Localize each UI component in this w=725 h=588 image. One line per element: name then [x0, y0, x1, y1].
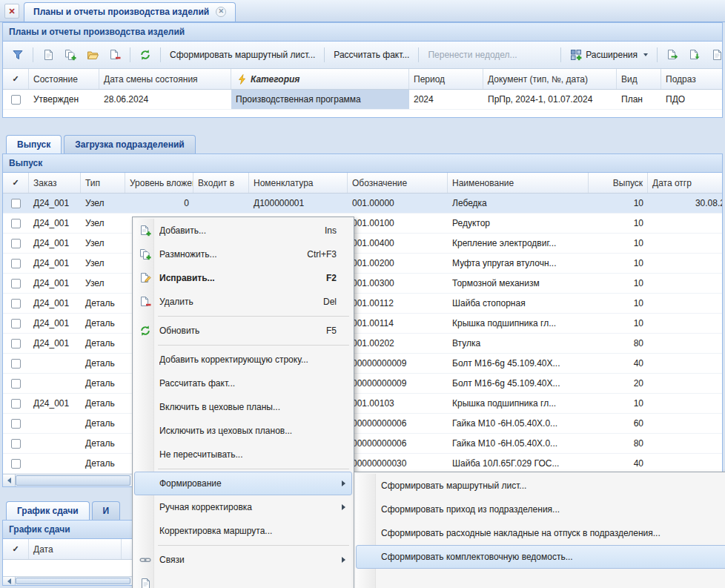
- delete-button[interactable]: [105, 45, 125, 65]
- menu-item[interactable]: Корректировка маршрута...: [134, 519, 352, 543]
- column-header-period[interactable]: Период: [409, 69, 483, 89]
- menu-item[interactable]: Не пересчитывать...: [134, 443, 352, 466]
- tab-plans-and-reports[interactable]: Планы и отчеты производства изделий ✕: [24, 2, 236, 22]
- scrollbar-thumb[interactable]: [16, 475, 130, 486]
- menu-item[interactable]: Формирование: [134, 472, 352, 495]
- tab-load-departments[interactable]: Загрузка подразделений: [64, 135, 195, 153]
- column-header-level[interactable]: Уровень вложен: [125, 173, 193, 193]
- column-header-state[interactable]: Состояние: [29, 69, 99, 89]
- menu-item[interactable]: Добавить корректирующую строку...: [134, 348, 352, 371]
- row-checkbox[interactable]: [11, 279, 21, 288]
- row-checkbox[interactable]: [11, 419, 21, 429]
- duplicate-button[interactable]: [60, 45, 81, 65]
- column-header-document[interactable]: Документ (тип, №, дата): [483, 69, 617, 89]
- close-tab-button[interactable]: ✕: [4, 4, 19, 19]
- vypusk-row[interactable]: Деталь00000000009Болт М16-6g 45.109.40Х.…: [3, 374, 722, 394]
- open-button[interactable]: [82, 45, 103, 65]
- column-header-order[interactable]: Заказ: [29, 173, 81, 193]
- add-button[interactable]: [38, 45, 59, 65]
- vypusk-row[interactable]: Д24_001Узел001.00300Тормозной механизм10: [3, 274, 722, 294]
- row-checkbox[interactable]: [11, 319, 21, 328]
- menu-item[interactable]: Добавить...Ins: [134, 219, 352, 242]
- route-sheet-button[interactable]: Сформировать маршрутный лист...: [165, 46, 320, 64]
- select-all-header[interactable]: ✓: [3, 69, 29, 89]
- scroll-left-button[interactable]: [3, 475, 16, 486]
- vypusk-row[interactable]: Деталь00000000030Шайба 10Л.65Г.029 ГОС..…: [3, 454, 722, 474]
- cell-department: ПДО: [661, 90, 722, 109]
- vypusk-row[interactable]: Д24_001Деталь001.00202Втулка80: [3, 334, 722, 354]
- column-header-parent[interactable]: Входит в: [193, 173, 249, 193]
- select-all-header[interactable]: ✓: [3, 539, 29, 559]
- vypusk-row[interactable]: Д24_001Узел001.00200Муфта упругая втулоч…: [3, 254, 722, 274]
- calc-fact-button[interactable]: Рассчитать факт...: [329, 46, 414, 64]
- column-header-category[interactable]: Категория: [231, 69, 409, 89]
- column-header-type[interactable]: Тип: [81, 173, 125, 193]
- menu-item[interactable]: Связи: [134, 548, 352, 572]
- menu-item[interactable]: Сформировать комплектовочную ведомость..…: [356, 545, 725, 569]
- cell-name: Лебедка: [448, 194, 589, 213]
- vypusk-row[interactable]: Деталь00000000006Гайка М10 -6Н.05.40Х.0.…: [3, 414, 722, 434]
- row-checkbox[interactable]: [11, 339, 21, 348]
- import-document-button[interactable]: [684, 45, 705, 65]
- menu-item[interactable]: Включить в цеховые планы...: [134, 395, 352, 419]
- submenu-arrow-icon: [342, 504, 345, 510]
- menu-item[interactable]: Ручная корректировка: [134, 495, 352, 519]
- tab-close-icon[interactable]: ✕: [216, 7, 226, 17]
- menu-item[interactable]: УдалитьDel: [134, 290, 352, 314]
- column-header-output[interactable]: Выпуск: [589, 173, 648, 193]
- row-checkbox[interactable]: [11, 219, 21, 228]
- row-checkbox[interactable]: [11, 459, 21, 469]
- menu-item[interactable]: ОбновитьF5: [134, 319, 352, 343]
- vypusk-row[interactable]: Д24_001Узел001.00400Крепление электродви…: [3, 234, 722, 254]
- column-header-state-date[interactable]: Дата смены состояния: [99, 69, 231, 89]
- vypusk-row[interactable]: Д24_001Деталь001.00114Крышка подшипника …: [3, 314, 722, 334]
- row-checkbox[interactable]: [11, 379, 21, 389]
- column-header-name[interactable]: Наименование: [448, 173, 589, 193]
- row-checkbox[interactable]: [11, 259, 21, 268]
- vypusk-row[interactable]: Д24_001Узел0Д100000001001.00000Лебедка10…: [3, 194, 722, 214]
- extensions-button[interactable]: Расширения: [566, 45, 652, 65]
- menu-item[interactable]: Исправить...F2: [134, 266, 352, 290]
- menu-item[interactable]: [134, 572, 352, 588]
- tab-schedule[interactable]: График сдачи: [6, 501, 90, 520]
- column-header-date[interactable]: Дата: [29, 539, 122, 559]
- row-checkbox[interactable]: [11, 359, 21, 369]
- filter-button[interactable]: [7, 45, 28, 65]
- export-document-button[interactable]: [662, 45, 683, 65]
- vypusk-row[interactable]: Д24_001Деталь001.00112Шайба стопорная10: [3, 294, 722, 314]
- menu-item[interactable]: [356, 569, 725, 588]
- tab-second[interactable]: И: [92, 501, 121, 520]
- menu-item[interactable]: Исключить из цеховых планов...: [134, 419, 352, 443]
- vypusk-row[interactable]: Д24_001Узел001.00100Редуктор10: [3, 214, 722, 234]
- row-checkbox[interactable]: [11, 95, 21, 105]
- row-checkbox[interactable]: [11, 199, 21, 208]
- overflow-button[interactable]: [706, 45, 722, 65]
- tab-vypusk[interactable]: Выпуск: [6, 135, 62, 153]
- column-header-ship-date[interactable]: Дата отгр: [648, 173, 722, 193]
- cell-order: Д24_001: [29, 314, 81, 333]
- row-checkbox[interactable]: [11, 239, 21, 248]
- refresh-button[interactable]: [135, 45, 156, 65]
- toolbar-separator: [324, 47, 325, 62]
- menu-item-label: Связи: [159, 555, 334, 565]
- column-header-department[interactable]: Подраз: [661, 69, 722, 89]
- menu-item[interactable]: Размножить...Ctrl+F3: [134, 242, 352, 266]
- scroll-left-button[interactable]: [3, 577, 16, 585]
- menu-item[interactable]: Рассчитать факт...: [134, 371, 352, 395]
- row-checkbox[interactable]: [11, 299, 21, 308]
- cell-output: 10: [589, 274, 648, 293]
- vypusk-row[interactable]: Д24_001Деталь001.00103Крышка подшипника …: [3, 394, 722, 414]
- scrollbar-thumb[interactable]: [16, 578, 130, 584]
- menu-item[interactable]: Сформировать маршрутный лист...: [356, 474, 725, 498]
- menu-item[interactable]: Сформировать расходные накладные на отпу…: [356, 521, 725, 545]
- menu-item[interactable]: Сформировать приход из подразделения...: [356, 498, 725, 521]
- row-checkbox[interactable]: [11, 399, 21, 409]
- vypusk-row[interactable]: Деталь00000000006Гайка М10 -6Н.05.40Х.0.…: [3, 434, 722, 454]
- vypusk-row[interactable]: Деталь00000000009Болт М16-6g 45.109.40Х.…: [3, 354, 722, 374]
- column-header-nomenclature[interactable]: Номенклатура: [249, 173, 348, 193]
- column-header-kind[interactable]: Вид: [617, 69, 661, 89]
- row-checkbox[interactable]: [11, 439, 21, 449]
- column-header-designation[interactable]: Обозначение: [348, 173, 448, 193]
- select-all-header[interactable]: ✓: [3, 173, 29, 193]
- plans-row[interactable]: Утвержден 28.06.2024 Производственная пр…: [3, 90, 722, 110]
